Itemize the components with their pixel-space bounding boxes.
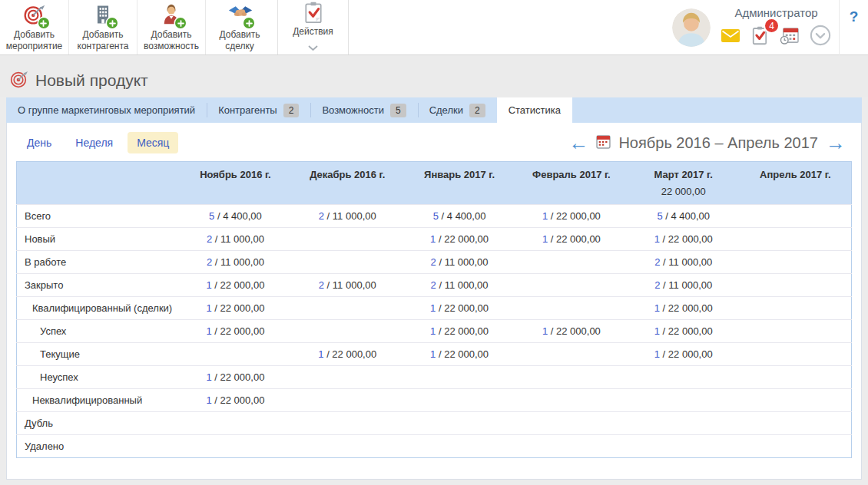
toolbar-add-button-3[interactable]: Добавитьвозможность	[137, 0, 205, 54]
period-option-3[interactable]: Месяц	[128, 132, 178, 153]
table-row: Неквалифицированный1 / 22 000,00	[17, 389, 852, 412]
plus-icon	[175, 18, 186, 28]
actions-button-label: Действия	[293, 26, 333, 37]
stat-cell-empty	[515, 274, 628, 297]
toolbar-button-label: Добавитьмероприятие	[6, 29, 63, 51]
toolbar-add-button-4[interactable]: Добавитьсделку	[205, 0, 273, 54]
tab-4[interactable]: Сделки2	[418, 97, 497, 123]
prev-period-arrow[interactable]: ←	[568, 133, 588, 153]
stat-cell: 1 / 22 000,00	[180, 320, 292, 343]
date-range-label[interactable]: Ноябрь 2016 – Апрель 2017	[618, 134, 818, 152]
chevron-down-circle-icon[interactable]	[810, 25, 831, 49]
mail-icon[interactable]	[721, 29, 740, 45]
stat-cell: 1 / 22 000,00	[628, 228, 740, 251]
count-link[interactable]: 1	[206, 394, 211, 406]
table-row: Новый2 / 11 000,001 / 22 000,001 / 22 00…	[17, 228, 852, 251]
stat-cell: 5 / 4 400,00	[403, 205, 515, 228]
user-cluster: Администратор 4	[672, 0, 831, 55]
target-add-icon	[23, 3, 46, 26]
tasks-icon[interactable]: 4	[750, 25, 769, 48]
stat-cell-empty	[291, 251, 403, 274]
tab-label: Статистика	[509, 104, 561, 116]
stat-cell-empty	[740, 435, 852, 458]
next-period-arrow[interactable]: →	[826, 133, 846, 153]
stat-cell-empty	[628, 412, 740, 435]
stat-cell: 2 / 11 000,00	[291, 205, 403, 228]
plus-icon	[38, 18, 49, 28]
count-link[interactable]: 1	[206, 279, 211, 291]
actions-button[interactable]: Действия	[277, 0, 349, 54]
period-option-1[interactable]: День	[18, 132, 61, 153]
stat-cell-empty	[291, 389, 403, 412]
count-link[interactable]: 2	[319, 279, 324, 291]
tab-label: Возможности	[322, 104, 384, 116]
calendar-icon[interactable]	[596, 134, 611, 152]
toolbar-add-button-1[interactable]: Добавитьмероприятие	[0, 0, 68, 54]
handshake-add-icon	[228, 3, 251, 26]
stat-cell-empty	[740, 251, 852, 274]
target-icon	[10, 70, 28, 91]
plus-icon	[107, 18, 118, 28]
stat-cell: 2 / 11 000,00	[628, 274, 740, 297]
count-link[interactable]: 5	[657, 210, 662, 222]
stat-cell: 1 / 22 000,00	[403, 343, 515, 366]
stat-cell: 2 / 11 000,00	[180, 228, 292, 251]
stat-cell: 1 / 22 000,00	[628, 343, 740, 366]
stat-cell: 2 / 11 000,00	[628, 251, 740, 274]
stat-cell-empty	[515, 412, 628, 435]
count-link[interactable]: 1	[206, 302, 211, 314]
notifications-badge[interactable]: 4	[764, 18, 780, 34]
table-row: Текущие1 / 22 000,001 / 22 000,001 / 22 …	[17, 343, 852, 366]
tab-3[interactable]: Возможности5	[310, 97, 417, 123]
count-link[interactable]: 1	[654, 233, 660, 245]
stat-cell: 1 / 22 000,00	[180, 366, 292, 389]
count-link[interactable]: 1	[654, 325, 660, 337]
stat-cell-empty	[515, 389, 628, 412]
user-name[interactable]: Администратор	[734, 6, 817, 19]
count-link[interactable]: 2	[431, 279, 436, 291]
table-row: Удалено	[17, 435, 852, 458]
count-link[interactable]: 1	[654, 302, 660, 314]
toolbar-add-buttons: ДобавитьмероприятиеДобавитьконтрагентаДо…	[0, 0, 273, 54]
title-section: Новый продукт	[0, 55, 868, 97]
count-link[interactable]: 5	[433, 210, 439, 222]
count-link[interactable]: 2	[319, 210, 324, 222]
count-link[interactable]: 1	[654, 348, 660, 360]
tab-5[interactable]: Статистика	[497, 97, 572, 123]
period-option-2[interactable]: Неделя	[66, 132, 122, 153]
table-row: Всего5 / 4 400,002 / 11 000,005 / 4 400,…	[17, 205, 852, 228]
stat-cell-empty	[740, 274, 852, 297]
stat-cell-empty	[740, 412, 852, 435]
count-link[interactable]: 1	[206, 371, 211, 383]
stat-cell-empty	[740, 228, 852, 251]
tab-2[interactable]: Контрагенты2	[207, 97, 310, 123]
column-header: Февраль 2017 г.	[515, 162, 628, 205]
stat-cell-empty	[628, 366, 740, 389]
tab-1[interactable]: О группе маркетинговых мероприятий	[6, 97, 207, 123]
tab-label: Контрагенты	[218, 104, 277, 116]
stat-cell: 2 / 11 000,00	[403, 274, 515, 297]
row-label-column-header	[17, 162, 180, 205]
stat-cell: 5 / 4 400,00	[180, 205, 292, 228]
stat-cell: 5 / 4 400,00	[628, 205, 740, 228]
stat-cell-empty	[403, 366, 515, 389]
toolbar: ДобавитьмероприятиеДобавитьконтрагентаДо…	[0, 0, 868, 55]
row-label: Закрыто	[17, 274, 180, 297]
stat-cell: 1 / 22 000,00	[180, 297, 292, 320]
stat-cell-empty	[180, 412, 292, 435]
toolbar-button-label: Добавитьвозможность	[144, 29, 199, 51]
count-link[interactable]: 1	[318, 348, 323, 360]
chevron-down-icon	[308, 40, 318, 54]
stat-cell: 2 / 11 000,00	[403, 251, 515, 274]
help-button[interactable]: ?	[839, 0, 868, 55]
stat-cell: 1 / 22 000,00	[515, 228, 628, 251]
toolbar-add-button-2[interactable]: Добавитьконтрагента	[68, 0, 137, 54]
count-link[interactable]: 2	[431, 256, 436, 268]
clipboard-check-icon	[302, 1, 325, 24]
stat-cell: 1 / 22 000,00	[180, 274, 292, 297]
calendar-clock-icon[interactable]	[780, 27, 799, 48]
count-link[interactable]: 1	[206, 325, 211, 337]
tab-count-badge: 2	[283, 104, 300, 117]
avatar[interactable]	[672, 8, 711, 47]
tab-count-badge: 5	[390, 104, 406, 117]
